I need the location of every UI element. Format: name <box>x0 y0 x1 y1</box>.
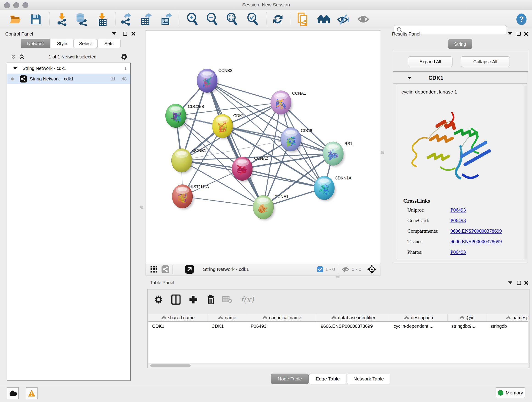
column-header-name[interactable]: name <box>208 314 247 321</box>
network-node-CCNB1[interactable]: CCNB1 <box>171 148 206 173</box>
import-table-file-button[interactable] <box>95 13 108 26</box>
network-row[interactable]: String Network - cdk1 11 48 <box>7 74 130 84</box>
network-edge-CCNA2-CDKN1A[interactable] <box>242 169 324 188</box>
network-node-CDC6[interactable]: CDC6 <box>280 128 312 153</box>
save-icon <box>31 14 41 25</box>
collection-expander-icon[interactable] <box>13 67 17 70</box>
expand-all-button[interactable]: Expand All <box>408 56 452 67</box>
network-edge-CCNB2-CCNE1[interactable] <box>207 81 263 207</box>
open-session-button[interactable] <box>9 13 22 26</box>
show-all-button[interactable] <box>357 13 370 26</box>
column-header-canonical-name[interactable]: canonical name <box>247 314 317 321</box>
tab-select[interactable]: Select <box>74 39 97 48</box>
collapse-all-chevron-icon[interactable] <box>19 54 24 60</box>
add-column-button[interactable] <box>187 294 199 306</box>
results-scrollbar[interactable] <box>525 86 527 259</box>
zoom-fit-button[interactable] <box>226 13 239 26</box>
network-node-HIST1H1A[interactable]: HIST1H1A <box>172 185 209 210</box>
table-horizontal-scrollbar[interactable] <box>148 364 528 368</box>
network-node-RB1[interactable]: RB1 <box>323 141 352 167</box>
hidden-indicator[interactable] <box>342 266 349 273</box>
table-cell[interactable]: CDK1 <box>148 322 208 330</box>
control-panel-close-button[interactable] <box>130 31 137 37</box>
export-image-button[interactable] <box>159 13 172 26</box>
bottom-splitter-handle[interactable] <box>336 276 340 278</box>
hidden-count: 0 - 0 <box>352 267 361 272</box>
delete-table-button[interactable] <box>221 294 233 306</box>
table-cell[interactable]: cyclin-dependent ... <box>390 322 448 330</box>
control-panel-float-button[interactable] <box>122 31 128 37</box>
selected-checkbox[interactable] <box>317 266 323 272</box>
crosslink-link[interactable]: 9606.ENSP00000378699 <box>450 239 502 245</box>
network-node-CCNA1[interactable]: CCNA1 <box>271 90 306 115</box>
delete-column-button[interactable] <box>205 294 217 306</box>
import-network-file-button[interactable] <box>56 13 69 26</box>
column-header--id[interactable]: @id <box>448 314 487 321</box>
table-panel-float-button[interactable] <box>515 280 522 286</box>
zoom-out-button[interactable] <box>206 13 219 26</box>
tab-network-table[interactable]: Network Table <box>347 374 391 384</box>
network-list-options-button[interactable] <box>121 53 128 60</box>
detach-view-button[interactable] <box>185 265 194 274</box>
hide-selected-button[interactable] <box>337 13 350 26</box>
results-panel-collapse-button[interactable] <box>507 31 513 37</box>
copy-network-button[interactable] <box>297 13 309 26</box>
right-splitter-handle[interactable] <box>381 151 384 154</box>
network-node-CCNB2[interactable]: CCNB2 <box>197 68 232 94</box>
tab-string[interactable]: String <box>448 39 472 49</box>
tab-network[interactable]: Network <box>21 39 50 48</box>
column-header-namespace[interactable]: namespace <box>487 314 528 321</box>
crosslink-link[interactable]: P06493 <box>450 249 466 255</box>
zoom-in-button[interactable] <box>186 13 199 26</box>
cloud-status-button[interactable] <box>7 387 19 399</box>
network-edge-CCNE1-HIST1H1A[interactable] <box>182 196 263 207</box>
expand-all-chevron-icon[interactable] <box>11 54 16 60</box>
section-expander-icon[interactable] <box>408 77 412 79</box>
save-session-button[interactable] <box>29 13 42 26</box>
refresh-icon <box>272 13 284 25</box>
memory-button[interactable]: Memory <box>496 387 525 398</box>
network-node-CDKN1A[interactable]: CDKN1A <box>314 176 351 201</box>
column-header-database-identifier[interactable]: database identifier <box>317 314 390 321</box>
export-network-button[interactable] <box>120 13 133 26</box>
table-cell[interactable]: 9606.ENSP00000378699 <box>317 322 390 330</box>
column-header-description[interactable]: description <box>390 314 448 321</box>
warnings-button[interactable] <box>26 387 38 399</box>
export-table-button[interactable] <box>139 13 152 26</box>
import-network-database-button[interactable] <box>75 13 88 26</box>
table-panel-close-button[interactable] <box>523 280 530 286</box>
zoom-selected-button[interactable] <box>246 13 259 26</box>
results-panel-close-button[interactable] <box>523 31 530 37</box>
table-panel-collapse-button[interactable] <box>507 280 514 286</box>
tab-style[interactable]: Style <box>51 39 74 48</box>
results-panel-float-button[interactable] <box>515 31 522 37</box>
tab-sets[interactable]: Sets <box>97 39 120 48</box>
table-settings-button[interactable] <box>152 294 165 306</box>
table-cell[interactable]: P06493 <box>247 322 317 330</box>
help-button[interactable]: ? <box>515 13 528 26</box>
string-home-button[interactable] <box>317 13 330 26</box>
tab-edge-table[interactable]: Edge Table <box>309 374 346 384</box>
collapse-all-button[interactable]: Collapse All <box>461 56 510 67</box>
left-splitter-handle[interactable] <box>140 206 143 209</box>
control-panel-collapse-button[interactable] <box>111 31 118 37</box>
gene-section-header[interactable]: CDK1 <box>393 72 527 84</box>
network-node-CCNE1[interactable]: CCNE1 <box>253 194 288 220</box>
pan-mode-button[interactable] <box>367 265 376 274</box>
tab-node-table[interactable]: Node Table <box>271 374 309 384</box>
crosslink-link[interactable]: P06493 <box>450 217 466 223</box>
crosslink-link[interactable]: 9606.ENSP00000378699 <box>450 228 502 234</box>
network-view-button[interactable] <box>162 265 169 273</box>
table-cell[interactable]: CDK1 <box>208 322 247 330</box>
column-header-shared-name[interactable]: shared name <box>148 314 208 321</box>
table-cell[interactable]: stringdb:9... <box>448 322 487 330</box>
network-node-CCNA2[interactable]: CCNA2 <box>232 156 268 182</box>
crosslink-link[interactable]: P06493 <box>450 207 466 213</box>
apply-preferred-layout-button[interactable] <box>272 13 284 26</box>
function-builder-button[interactable]: f(x) <box>238 294 256 306</box>
table-cell[interactable]: stringdb <box>487 322 528 330</box>
network-view-canvas[interactable]: CCNB2CCNA1CDC25BCDK1CDC6RB1CCNB1CCNA2CDK… <box>145 31 381 263</box>
grid-view-button[interactable] <box>151 266 157 273</box>
show-columns-button[interactable] <box>170 294 182 306</box>
network-collection-row[interactable]: String Network - cdk1 1 <box>7 63 130 74</box>
